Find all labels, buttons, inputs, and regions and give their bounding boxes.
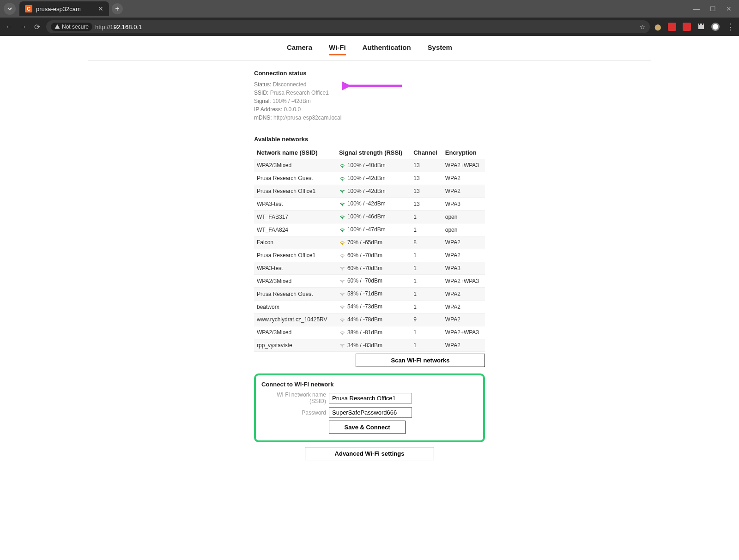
tab-wifi[interactable]: Wi-Fi (329, 43, 346, 55)
cell-rssi: 38% / -81dBm (336, 326, 411, 339)
connection-status-heading: Connection status (254, 70, 485, 77)
warning-icon (55, 24, 60, 30)
network-row[interactable]: WT_FAB317100% / -46dBm1open (254, 211, 485, 223)
network-row[interactable]: www.rychlydrat.cz_10425RV44% / -78dBm9WP… (254, 313, 485, 326)
cell-rssi: 100% / -42dBm (336, 185, 411, 198)
cell-ssid: WT_FAA824 (254, 223, 336, 236)
cell-ssid: WT_FAB317 (254, 211, 336, 223)
status-row: IP Address: 0.0.0.0 (254, 105, 485, 114)
tab-authentication[interactable]: Authentication (363, 43, 411, 55)
cell-rssi: 60% / -70dBm (336, 262, 411, 275)
cell-encryption: WPA2+WPA3 (442, 326, 485, 339)
scan-button[interactable]: Scan Wi-Fi networks (356, 354, 485, 367)
cell-rssi: 70% / -65dBm (336, 236, 411, 249)
cell-rssi: 54% / -73dBm (336, 301, 411, 313)
cell-ssid: Prusa Research Guest (254, 288, 336, 301)
tab-title: prusa-esp32cam (36, 6, 81, 12)
col-encryption: Encryption (442, 146, 485, 159)
address-bar[interactable]: Not secure http://192.168.0.1 ☆ (46, 20, 650, 33)
chevron-down-icon (7, 6, 12, 11)
cell-rssi: 60% / -70dBm (336, 249, 411, 262)
network-row[interactable]: Prusa Research Guest100% / -42dBm13WPA2 (254, 172, 485, 185)
cell-rssi: 100% / -42dBm (336, 172, 411, 185)
save-connect-button[interactable]: Save & Connect (329, 421, 406, 434)
network-row[interactable]: Prusa Research Guest58% / -71dBm1WPA2 (254, 288, 485, 301)
cell-channel: 13 (411, 159, 442, 172)
forward-button[interactable]: → (18, 23, 28, 31)
cell-encryption: WPA2+WPA3 (442, 275, 485, 288)
cell-ssid: Prusa Research Office1 (254, 185, 336, 198)
ssid-input[interactable] (329, 393, 412, 403)
browser-toolbar: ← → ⟳ Not secure http://192.168.0.1 ☆ ⬤ … (0, 18, 739, 36)
cell-channel: 1 (411, 339, 442, 352)
network-row[interactable]: WPA2/3Mixed100% / -40dBm13WPA2+WPA3 (254, 159, 485, 172)
cell-encryption: WPA3 (442, 262, 485, 275)
extension-icon[interactable]: ⬤ (654, 24, 661, 30)
cell-channel: 9 (411, 313, 442, 326)
reload-button[interactable]: ⟳ (32, 23, 42, 31)
minimize-button[interactable]: — (693, 5, 700, 12)
tab-system[interactable]: System (428, 43, 452, 55)
profile-button[interactable] (711, 23, 720, 31)
network-row[interactable]: WPA3-test60% / -70dBm1WPA3 (254, 262, 485, 275)
close-window-button[interactable]: ✕ (726, 5, 732, 12)
cell-channel: 13 (411, 185, 442, 198)
annotation-arrow-icon (342, 79, 406, 93)
network-row[interactable]: WT_FAA824100% / -47dBm1open (254, 223, 485, 236)
bookmark-button[interactable]: ☆ (640, 24, 645, 30)
available-networks-heading: Available networks (254, 136, 485, 143)
network-row[interactable]: WPA3-test100% / -42dBm13WPA3 (254, 198, 485, 211)
tab-camera[interactable]: Camera (287, 43, 312, 55)
col-ssid: Network name (SSID) (254, 146, 336, 159)
cell-rssi: 100% / -42dBm (336, 198, 411, 211)
close-tab-button[interactable]: ✕ (98, 5, 103, 12)
cell-channel: 1 (411, 211, 442, 223)
page-nav: Camera Wi-Fi Authentication System (88, 36, 651, 60)
tabs-dropdown-button[interactable] (4, 3, 16, 15)
maximize-button[interactable]: ☐ (710, 5, 716, 12)
browser-menu-button[interactable]: ⋮ (726, 23, 734, 31)
cell-encryption: open (442, 223, 485, 236)
network-row[interactable]: Prusa Research Office160% / -70dBm1WPA2 (254, 249, 485, 262)
col-channel: Channel (411, 146, 442, 159)
password-input[interactable] (329, 407, 412, 418)
cell-encryption: WPA2 (442, 313, 485, 326)
network-row[interactable]: rpp_vystaviste34% / -83dBm1WPA2 (254, 339, 485, 352)
page-viewport[interactable]: Camera Wi-Fi Authentication System Conne… (0, 36, 739, 560)
cell-encryption: WPA2 (442, 185, 485, 198)
new-tab-button[interactable]: + (112, 3, 123, 14)
extension-icon[interactable] (668, 23, 676, 31)
network-row[interactable]: beatworx54% / -73dBm1WPA2 (254, 301, 485, 313)
connect-heading: Connect to Wi-Fi network (261, 381, 478, 388)
cell-encryption: WPA2+WPA3 (442, 159, 485, 172)
security-chip[interactable]: Not secure (51, 23, 92, 31)
cell-channel: 1 (411, 262, 442, 275)
cell-encryption: WPA2 (442, 301, 485, 313)
extensions-menu-button[interactable] (697, 23, 705, 31)
network-row[interactable]: Falcon70% / -65dBm8WPA2 (254, 236, 485, 249)
ssid-label: Wi-Fi network name (SSID) (261, 391, 326, 404)
back-button[interactable]: ← (5, 23, 14, 31)
cell-ssid: www.rychlydrat.cz_10425RV (254, 313, 336, 326)
browser-tab[interactable]: C prusa-esp32cam ✕ (19, 1, 109, 16)
cell-ssid: Falcon (254, 236, 336, 249)
status-row: mDNS: http://prusa-esp32cam.local (254, 114, 485, 122)
network-row[interactable]: WPA2/3Mixed38% / -81dBm1WPA2+WPA3 (254, 326, 485, 339)
cell-rssi: 58% / -71dBm (336, 288, 411, 301)
url-display: http://192.168.0.1 (95, 24, 142, 30)
extension-icon[interactable] (683, 23, 691, 31)
network-row[interactable]: Prusa Research Office1100% / -42dBm13WPA… (254, 185, 485, 198)
advanced-settings-button[interactable]: Advanced Wi-Fi settings (305, 447, 434, 460)
cell-encryption: WPA2 (442, 172, 485, 185)
cell-rssi: 34% / -83dBm (336, 339, 411, 352)
cell-ssid: rpp_vystaviste (254, 339, 336, 352)
cell-ssid: WPA2/3Mixed (254, 159, 336, 172)
browser-chrome: C prusa-esp32cam ✕ + — ☐ ✕ ← → ⟳ Not sec… (0, 0, 739, 36)
favicon-icon: C (25, 5, 32, 12)
cell-channel: 1 (411, 288, 442, 301)
cell-rssi: 100% / -40dBm (336, 159, 411, 172)
cell-ssid: Prusa Research Office1 (254, 249, 336, 262)
network-row[interactable]: WPA2/3Mixed60% / -70dBm1WPA2+WPA3 (254, 275, 485, 288)
cell-encryption: open (442, 211, 485, 223)
cell-channel: 1 (411, 249, 442, 262)
